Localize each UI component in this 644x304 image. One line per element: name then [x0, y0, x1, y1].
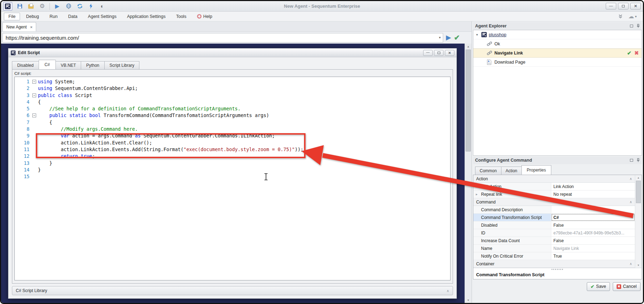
code-editor[interactable]: 1−using System;2using Sequentum.ContentG…	[14, 77, 451, 280]
menu-item-debug[interactable]: Debug	[21, 13, 44, 20]
cancel-button[interactable]: ✖ Cancel	[613, 282, 640, 291]
code-line-3[interactable]: 3−public class Script	[15, 92, 450, 99]
code-line-10[interactable]: 10 action.LinkAction.Event.Clear();	[15, 140, 450, 146]
menu-item-help[interactable]: Help	[192, 13, 217, 20]
property-value[interactable]: No repeat	[551, 190, 635, 198]
chevron-up-icon[interactable]: ∧	[447, 289, 449, 293]
code-line-15[interactable]: 15	[15, 173, 450, 180]
app-logo-button[interactable]	[3, 2, 12, 11]
code-line-4[interactable]: 4{	[15, 99, 450, 105]
apply-button[interactable]: ✔	[454, 34, 460, 41]
save-button[interactable]	[15, 2, 24, 11]
viewport-scrollbar[interactable]: ▲ ▼	[465, 44, 472, 303]
code-line-13[interactable]: 13 }	[15, 160, 450, 167]
theme-button[interactable]: ◐	[98, 2, 107, 11]
code-line-6[interactable]: 6− public static bool TransformCommand(C…	[15, 112, 450, 119]
code-line-12[interactable]: 12 return true;	[15, 153, 450, 160]
cloud-menu[interactable]: ☁ ▾	[628, 13, 637, 20]
browser-button[interactable]	[64, 2, 73, 11]
property-value[interactable]: Navigate Link	[551, 245, 635, 252]
tab-common[interactable]: Common	[475, 167, 501, 175]
dialog-minimize-button[interactable]: —	[423, 50, 433, 56]
property-row-disabled[interactable]: DisabledFalse	[473, 221, 635, 229]
menu-item-run[interactable]: Run	[45, 13, 62, 20]
menu-item-agent-settings[interactable]: Agent Settings	[83, 13, 121, 20]
open-button[interactable]	[26, 2, 35, 11]
maximize-panel-icon[interactable]	[630, 159, 633, 162]
property-grid-scrollbar[interactable]: ▲ ▼	[635, 175, 642, 268]
menu-item-file[interactable]: File	[4, 13, 20, 20]
property-value[interactable]: C#▾	[551, 214, 635, 221]
code-line-5[interactable]: 5 //See help for a definition of Command…	[15, 105, 450, 112]
code-line-1[interactable]: 1−using System;	[15, 78, 450, 85]
tab-disabled[interactable]: Disabled	[12, 61, 39, 69]
tab-new-agent[interactable]: New Agent ×	[2, 22, 36, 31]
collapse-ribbon-icon[interactable]	[618, 14, 623, 19]
tab-close-icon[interactable]: ×	[30, 25, 32, 29]
menu-item-tools[interactable]: Tools	[171, 13, 191, 20]
tab-script-library[interactable]: Script Library	[104, 61, 140, 69]
tree-node-plusshop[interactable]: ▾ plusshop	[473, 30, 642, 39]
expand-right-icon[interactable]: ▸	[476, 192, 478, 196]
minimize-button[interactable]: —	[606, 3, 616, 9]
property-row-link-action[interactable]: ▸Link ActionLink Action	[473, 183, 635, 190]
property-row-repeat-link[interactable]: ▸Repeat linkNo repeat	[473, 190, 635, 198]
tree-node-download-page[interactable]: A Download Page	[473, 58, 642, 67]
property-value[interactable]: True	[551, 252, 635, 260]
script-library-bar[interactable]: C# Script Library ∧	[12, 286, 453, 295]
dropdown-caret-icon[interactable]: ▾	[631, 216, 633, 219]
pin-icon[interactable]	[637, 24, 640, 28]
pin-icon[interactable]	[637, 158, 640, 162]
address-dropdown-icon[interactable]: ▾	[439, 35, 441, 39]
navigate-button[interactable]: ▶	[446, 34, 451, 41]
property-row-increase-data-count[interactable]: Increase Data CountFalse	[473, 237, 635, 245]
maximize-panel-icon[interactable]	[630, 25, 633, 27]
address-input[interactable]	[2, 33, 443, 43]
scroll-down-icon[interactable]: ▼	[465, 297, 472, 303]
fold-collapse-icon[interactable]: −	[32, 93, 36, 97]
fold-collapse-icon[interactable]: −	[32, 80, 36, 84]
code-line-9[interactable]: 9 var action = args.Command as Sequentum…	[15, 132, 450, 139]
save-button[interactable]: ✔ Save	[587, 282, 610, 291]
property-row-name[interactable]: NameNavigate Link	[473, 245, 635, 252]
property-row-command-transformation-script[interactable]: Command Transformation ScriptC#▾	[473, 214, 635, 221]
property-group-container[interactable]: Container∧	[473, 260, 635, 268]
refresh-button[interactable]	[75, 2, 84, 11]
tab-python[interactable]: Python	[81, 61, 104, 69]
dialog-title-bar[interactable]: Edit Script — ✕	[8, 48, 456, 57]
tab-vb-net[interactable]: VB.NET	[55, 61, 81, 69]
code-line-2[interactable]: 2using Sequentum.ContentGrabber.Api;	[15, 85, 450, 92]
property-value[interactable]: False	[551, 237, 635, 244]
dialog-maximize-button[interactable]	[434, 50, 443, 56]
maximize-button[interactable]	[618, 3, 629, 9]
run-button[interactable]: ▶	[53, 2, 62, 11]
tree-node-ok[interactable]: Ok	[473, 39, 642, 48]
property-row-notify-on-critical-error[interactable]: Notify On Critical ErrorTrue	[473, 252, 635, 260]
scroll-up-icon[interactable]: ▲	[465, 44, 472, 49]
property-group-command[interactable]: Command∧	[473, 198, 635, 206]
collapse-group-icon[interactable]: ∧	[630, 177, 635, 181]
property-value[interactable]	[551, 206, 635, 213]
close-button[interactable]: ✕	[630, 3, 641, 9]
tab-csharp[interactable]: C#	[39, 60, 56, 69]
menu-item-application-settings[interactable]: Application Settings	[123, 13, 170, 20]
property-group-action[interactable]: Action∧	[473, 175, 635, 183]
activity-button[interactable]	[86, 2, 96, 11]
scroll-down-icon[interactable]: ▼	[635, 263, 642, 268]
tab-properties[interactable]: Properties	[521, 165, 551, 175]
tab-action[interactable]: Action	[501, 167, 522, 175]
expander-down-icon[interactable]: ▾	[476, 33, 481, 37]
splitter-handle[interactable]	[473, 268, 642, 270]
scrollbar-thumb[interactable]	[636, 181, 641, 203]
code-line-11[interactable]: 11 action.LinkAction.Events.Add(String.F…	[15, 146, 450, 153]
code-line-8[interactable]: 8 //Modify args.Command here.	[15, 126, 450, 132]
dialog-close-button[interactable]: ✕	[445, 50, 454, 56]
property-value[interactable]: False	[551, 221, 635, 229]
scrollbar-thumb[interactable]	[466, 50, 471, 151]
menu-item-data[interactable]: Data	[64, 13, 82, 20]
collapse-group-icon[interactable]: ∧	[630, 262, 635, 266]
expand-right-icon[interactable]: ▸	[476, 185, 478, 188]
code-line-14[interactable]: 14}	[15, 167, 450, 173]
code-line-7[interactable]: 7 {	[15, 119, 450, 126]
fold-collapse-icon[interactable]: −	[32, 114, 36, 117]
